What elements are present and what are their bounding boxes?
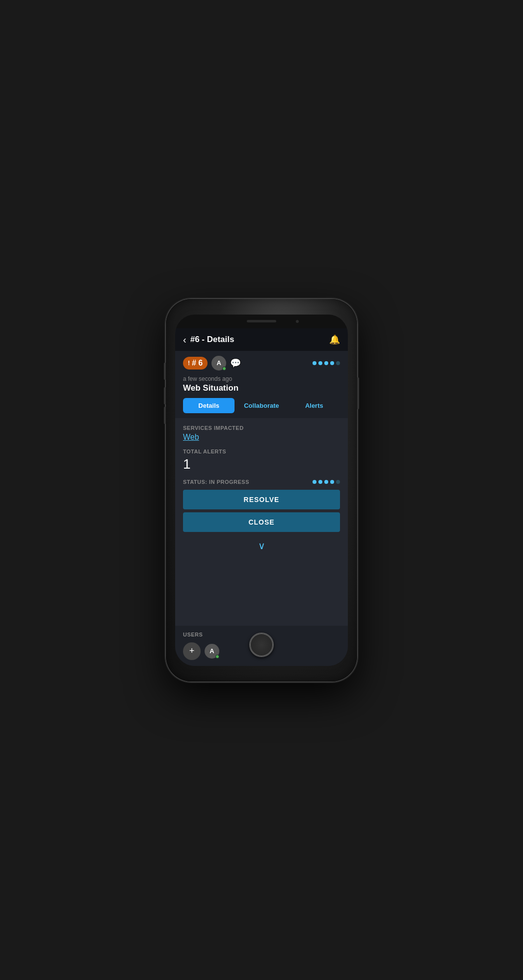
phone-top-bar: [175, 315, 348, 328]
resolve-button[interactable]: RESOLVE: [183, 490, 340, 509]
severity-exclaim-icon: !: [188, 360, 190, 367]
dot-3: [324, 361, 328, 365]
speaker-grill: [247, 320, 276, 322]
notification-bell-icon[interactable]: 🔔: [329, 334, 340, 345]
nav-title: #6 - Details: [190, 335, 235, 344]
online-status-dot-2: [215, 655, 219, 659]
back-button[interactable]: ‹: [183, 335, 186, 344]
dot-1: [313, 361, 316, 365]
dot-5: [336, 361, 340, 365]
phone-screen: ‹ #6 - Details 🔔 ! # 6 A 💬: [175, 315, 348, 666]
status-row: STATUS: IN PROGRESS: [183, 479, 340, 485]
incident-info: a few seconds ago Web Situation: [175, 373, 348, 398]
phone-device: ‹ #6 - Details 🔔 ! # 6 A 💬: [166, 299, 357, 682]
close-button[interactable]: CLOSE: [183, 512, 340, 532]
home-button[interactable]: [249, 633, 274, 657]
status-more-dots[interactable]: [313, 480, 340, 484]
incident-number: # 6: [192, 359, 203, 368]
expand-section[interactable]: ∨: [183, 535, 340, 556]
total-alerts-value: 1: [183, 456, 340, 472]
content-area: SERVICES IMPACTED Web TOTAL ALERTS 1 STA…: [175, 418, 348, 626]
services-impacted-label: SERVICES IMPACTED: [183, 425, 340, 431]
avatar-initial-2: A: [209, 647, 214, 655]
chevron-down-icon: ∨: [258, 540, 265, 552]
app-screen: ‹ #6 - Details 🔔 ! # 6 A 💬: [175, 328, 348, 666]
avatar-initial: A: [217, 359, 221, 367]
s-dot-3: [324, 480, 328, 484]
services-impacted-value[interactable]: Web: [183, 433, 340, 442]
incident-severity-badge[interactable]: ! # 6: [183, 357, 208, 370]
user-avatar[interactable]: A: [211, 356, 226, 371]
s-dot-5: [336, 480, 340, 484]
tab-collaborate[interactable]: Collaborate: [235, 398, 287, 413]
dot-2: [318, 361, 322, 365]
front-camera: [296, 320, 299, 323]
chat-icon[interactable]: 💬: [230, 358, 241, 369]
more-options-dots[interactable]: [313, 361, 340, 365]
incident-time: a few seconds ago: [183, 375, 340, 382]
nav-left: ‹ #6 - Details: [183, 335, 234, 344]
incident-name: Web Situation: [183, 383, 340, 393]
online-status-dot: [222, 367, 226, 371]
user-avatar-2[interactable]: A: [205, 644, 219, 659]
incident-header: ! # 6 A 💬: [175, 351, 348, 373]
status-label: STATUS: IN PROGRESS: [183, 479, 249, 485]
total-alerts-label: TOTAL ALERTS: [183, 449, 340, 454]
add-user-button[interactable]: +: [183, 642, 201, 660]
nav-bar: ‹ #6 - Details 🔔: [175, 328, 348, 351]
s-dot-2: [318, 480, 322, 484]
tab-details[interactable]: Details: [183, 398, 235, 413]
dot-4: [330, 361, 334, 365]
tab-alerts[interactable]: Alerts: [288, 398, 340, 413]
incident-badge-row: ! # 6 A 💬: [183, 356, 241, 371]
tabs-row: Details Collaborate Alerts: [175, 398, 348, 418]
s-dot-4: [330, 480, 334, 484]
s-dot-1: [313, 480, 316, 484]
